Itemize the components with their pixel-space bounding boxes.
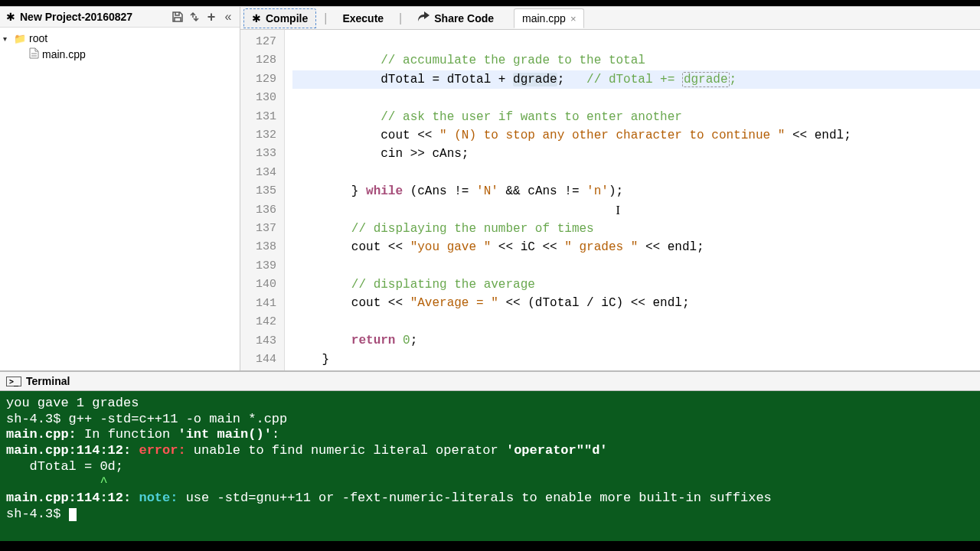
editor-area: ✱ Compile | Execute | Share Code main.cp… bbox=[240, 7, 980, 370]
share-icon bbox=[417, 11, 430, 24]
file-tree: ▾ 📁 root main.cpp bbox=[0, 28, 240, 66]
execute-label: Execute bbox=[342, 12, 384, 24]
separator: | bbox=[393, 11, 408, 25]
tree-root[interactable]: ▾ 📁 root bbox=[0, 31, 240, 46]
terminal-icon: >_ bbox=[6, 377, 21, 386]
tree-file-label: main.cpp bbox=[42, 48, 86, 60]
code-editor[interactable]: 1271281291301311321331341351361371381391… bbox=[240, 30, 980, 370]
close-icon[interactable]: × bbox=[570, 13, 577, 24]
gear-icon: ✱ bbox=[5, 11, 17, 23]
compile-button[interactable]: ✱ Compile bbox=[243, 8, 316, 28]
tree-root-label: root bbox=[29, 32, 47, 44]
separator: | bbox=[318, 11, 333, 25]
refresh-icon[interactable] bbox=[188, 10, 201, 24]
share-code-button[interactable]: Share Code bbox=[410, 8, 501, 28]
save-icon[interactable] bbox=[171, 10, 185, 24]
terminal-header: >_ Terminal bbox=[0, 370, 980, 391]
share-label: Share Code bbox=[434, 12, 494, 24]
file-tab-label: main.cpp bbox=[522, 12, 566, 24]
chevrons-left-icon[interactable]: « bbox=[221, 10, 235, 24]
terminal-title: Terminal bbox=[26, 375, 70, 387]
folder-icon: 📁 bbox=[14, 33, 26, 44]
file-tab[interactable]: main.cpp × bbox=[514, 8, 584, 28]
editor-toolbar: ✱ Compile | Execute | Share Code main.cp… bbox=[240, 7, 980, 30]
execute-button[interactable]: Execute bbox=[335, 9, 391, 28]
plus-icon[interactable]: + bbox=[204, 10, 218, 24]
project-title: New Project-20160827 bbox=[20, 11, 168, 23]
sidebar: ✱ New Project-20160827 + « ▾ 📁 root bbox=[0, 7, 240, 370]
terminal[interactable]: you gave 1 gradessh-4.3$ g++ -std=c++11 … bbox=[0, 391, 980, 541]
compile-label: Compile bbox=[266, 12, 308, 24]
tree-file[interactable]: main.cpp bbox=[0, 46, 240, 63]
code-lines[interactable]: // accumulate the grade to the total dTo… bbox=[285, 30, 980, 370]
file-icon bbox=[29, 47, 39, 61]
line-gutter: 1271281291301311321331341351361371381391… bbox=[240, 30, 285, 370]
sidebar-header: ✱ New Project-20160827 + « bbox=[0, 7, 240, 28]
tree-collapse-icon[interactable]: ▾ bbox=[3, 34, 14, 43]
gears-icon: ✱ bbox=[252, 12, 261, 24]
